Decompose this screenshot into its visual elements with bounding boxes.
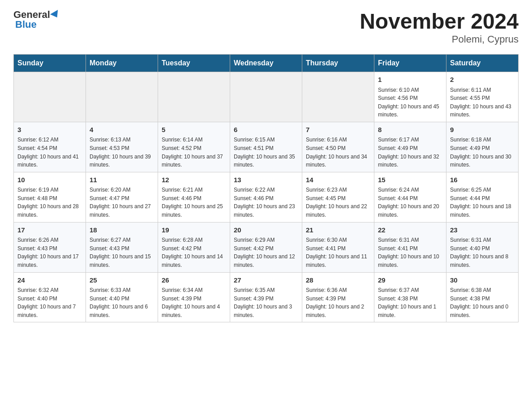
calendar-cell: 3Sunrise: 6:12 AM Sunset: 4:54 PM Daylig… (14, 122, 86, 172)
calendar-cell: 30Sunrise: 6:38 AM Sunset: 4:38 PM Dayli… (446, 272, 519, 322)
logo: General Blue (13, 9, 60, 30)
day-info: Sunrise: 6:36 AM Sunset: 4:39 PM Dayligh… (306, 286, 370, 319)
weekday-header-friday: Friday (374, 55, 446, 72)
day-info: Sunrise: 6:21 AM Sunset: 4:46 PM Dayligh… (162, 186, 226, 219)
calendar-cell: 23Sunrise: 6:31 AM Sunset: 4:40 PM Dayli… (446, 222, 519, 272)
day-info: Sunrise: 6:38 AM Sunset: 4:38 PM Dayligh… (450, 286, 515, 319)
calendar-cell: 13Sunrise: 6:22 AM Sunset: 4:46 PM Dayli… (230, 172, 302, 222)
day-info: Sunrise: 6:17 AM Sunset: 4:49 PM Dayligh… (378, 136, 442, 169)
weekday-header-saturday: Saturday (446, 55, 519, 72)
day-number: 29 (378, 275, 442, 286)
day-number: 2 (450, 75, 515, 85)
day-number: 7 (306, 125, 370, 135)
day-number: 23 (450, 225, 515, 235)
calendar-cell: 28Sunrise: 6:36 AM Sunset: 4:39 PM Dayli… (302, 272, 374, 322)
calendar-cell: 12Sunrise: 6:21 AM Sunset: 4:46 PM Dayli… (158, 172, 230, 222)
calendar-cell: 14Sunrise: 6:23 AM Sunset: 4:45 PM Dayli… (302, 172, 374, 222)
calendar-cell (302, 72, 374, 122)
day-number: 18 (90, 225, 154, 235)
calendar-cell: 18Sunrise: 6:27 AM Sunset: 4:43 PM Dayli… (86, 222, 158, 272)
calendar-cell: 2Sunrise: 6:11 AM Sunset: 4:55 PM Daylig… (446, 72, 519, 122)
calendar-cell: 15Sunrise: 6:24 AM Sunset: 4:44 PM Dayli… (374, 172, 446, 222)
day-info: Sunrise: 6:27 AM Sunset: 4:43 PM Dayligh… (90, 236, 154, 269)
calendar-cell: 26Sunrise: 6:34 AM Sunset: 4:39 PM Dayli… (158, 272, 230, 322)
calendar-cell: 29Sunrise: 6:37 AM Sunset: 4:38 PM Dayli… (374, 272, 446, 322)
weekday-header-thursday: Thursday (302, 55, 374, 72)
day-info: Sunrise: 6:12 AM Sunset: 4:54 PM Dayligh… (17, 136, 82, 169)
calendar-cell: 27Sunrise: 6:35 AM Sunset: 4:39 PM Dayli… (230, 272, 302, 322)
day-number: 4 (90, 125, 154, 135)
day-info: Sunrise: 6:13 AM Sunset: 4:53 PM Dayligh… (90, 136, 154, 169)
weekday-header-wednesday: Wednesday (230, 55, 302, 72)
calendar-row-4: 17Sunrise: 6:26 AM Sunset: 4:43 PM Dayli… (14, 222, 519, 272)
logo-triangle-icon (50, 10, 61, 20)
day-info: Sunrise: 6:31 AM Sunset: 4:40 PM Dayligh… (450, 236, 515, 269)
day-number: 27 (234, 275, 298, 286)
calendar-cell: 22Sunrise: 6:31 AM Sunset: 4:41 PM Dayli… (374, 222, 446, 272)
day-number: 12 (162, 175, 226, 185)
calendar-cell: 19Sunrise: 6:28 AM Sunset: 4:42 PM Dayli… (158, 222, 230, 272)
day-number: 14 (306, 175, 370, 185)
day-number: 3 (17, 125, 82, 135)
calendar-cell: 1Sunrise: 6:10 AM Sunset: 4:56 PM Daylig… (374, 72, 446, 122)
day-info: Sunrise: 6:26 AM Sunset: 4:43 PM Dayligh… (17, 236, 82, 269)
calendar-cell (86, 72, 158, 122)
calendar-subtitle: Polemi, Cyprus (360, 34, 519, 45)
day-number: 26 (162, 275, 226, 286)
day-info: Sunrise: 6:20 AM Sunset: 4:47 PM Dayligh… (90, 186, 154, 219)
calendar-cell: 8Sunrise: 6:17 AM Sunset: 4:49 PM Daylig… (374, 122, 446, 172)
day-info: Sunrise: 6:15 AM Sunset: 4:51 PM Dayligh… (234, 136, 298, 169)
calendar-cell: 20Sunrise: 6:29 AM Sunset: 4:42 PM Dayli… (230, 222, 302, 272)
calendar-cell: 5Sunrise: 6:14 AM Sunset: 4:52 PM Daylig… (158, 122, 230, 172)
day-number: 20 (234, 225, 298, 235)
calendar-table: SundayMondayTuesdayWednesdayThursdayFrid… (13, 54, 519, 322)
day-number: 5 (162, 125, 226, 135)
calendar-row-3: 10Sunrise: 6:19 AM Sunset: 4:48 PM Dayli… (14, 172, 519, 222)
day-info: Sunrise: 6:32 AM Sunset: 4:40 PM Dayligh… (17, 286, 82, 319)
calendar-row-5: 24Sunrise: 6:32 AM Sunset: 4:40 PM Dayli… (14, 272, 519, 322)
calendar-cell: 21Sunrise: 6:30 AM Sunset: 4:41 PM Dayli… (302, 222, 374, 272)
calendar-cell: 7Sunrise: 6:16 AM Sunset: 4:50 PM Daylig… (302, 122, 374, 172)
calendar-cell (230, 72, 302, 122)
calendar-cell: 25Sunrise: 6:33 AM Sunset: 4:40 PM Dayli… (86, 272, 158, 322)
day-number: 24 (17, 275, 82, 286)
day-number: 8 (378, 125, 442, 135)
day-info: Sunrise: 6:10 AM Sunset: 4:56 PM Dayligh… (378, 86, 442, 119)
day-info: Sunrise: 6:37 AM Sunset: 4:38 PM Dayligh… (378, 286, 442, 319)
day-number: 15 (378, 175, 442, 185)
calendar-cell (14, 72, 86, 122)
calendar-cell: 6Sunrise: 6:15 AM Sunset: 4:51 PM Daylig… (230, 122, 302, 172)
day-number: 10 (17, 175, 82, 185)
calendar-cell: 10Sunrise: 6:19 AM Sunset: 4:48 PM Dayli… (14, 172, 86, 222)
calendar-row-1: 1Sunrise: 6:10 AM Sunset: 4:56 PM Daylig… (14, 72, 519, 122)
day-info: Sunrise: 6:16 AM Sunset: 4:50 PM Dayligh… (306, 136, 370, 169)
title-block: November 2024 Polemi, Cyprus (360, 9, 519, 45)
calendar-cell: 11Sunrise: 6:20 AM Sunset: 4:47 PM Dayli… (86, 172, 158, 222)
day-number: 11 (90, 175, 154, 185)
logo-blue-label: Blue (15, 19, 37, 30)
weekday-header-monday: Monday (86, 55, 158, 72)
calendar-cell: 17Sunrise: 6:26 AM Sunset: 4:43 PM Dayli… (14, 222, 86, 272)
day-number: 1 (378, 75, 442, 85)
day-info: Sunrise: 6:18 AM Sunset: 4:49 PM Dayligh… (450, 136, 515, 169)
day-info: Sunrise: 6:22 AM Sunset: 4:46 PM Dayligh… (234, 186, 298, 219)
calendar-cell: 9Sunrise: 6:18 AM Sunset: 4:49 PM Daylig… (446, 122, 519, 172)
day-number: 30 (450, 275, 515, 286)
day-info: Sunrise: 6:23 AM Sunset: 4:45 PM Dayligh… (306, 186, 370, 219)
day-info: Sunrise: 6:33 AM Sunset: 4:40 PM Dayligh… (90, 286, 154, 319)
day-info: Sunrise: 6:19 AM Sunset: 4:48 PM Dayligh… (17, 186, 82, 219)
day-number: 9 (450, 125, 515, 135)
weekday-header-sunday: Sunday (14, 55, 86, 72)
day-info: Sunrise: 6:30 AM Sunset: 4:41 PM Dayligh… (306, 236, 370, 269)
day-number: 17 (17, 225, 82, 235)
day-info: Sunrise: 6:35 AM Sunset: 4:39 PM Dayligh… (234, 286, 298, 319)
day-info: Sunrise: 6:14 AM Sunset: 4:52 PM Dayligh… (162, 136, 226, 169)
day-number: 21 (306, 225, 370, 235)
day-number: 13 (234, 175, 298, 185)
day-number: 25 (90, 275, 154, 286)
page-header: General Blue November 2024 Polemi, Cypru… (13, 9, 519, 45)
weekday-header-row: SundayMondayTuesdayWednesdayThursdayFrid… (14, 55, 519, 72)
day-number: 16 (450, 175, 515, 185)
day-info: Sunrise: 6:25 AM Sunset: 4:44 PM Dayligh… (450, 186, 515, 219)
day-number: 6 (234, 125, 298, 135)
